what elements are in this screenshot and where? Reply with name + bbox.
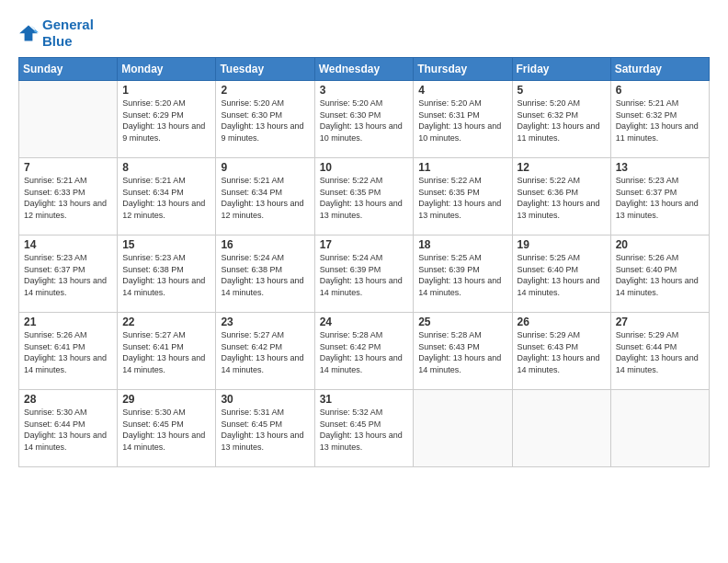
day-info: Sunrise: 5:29 AM Sunset: 6:43 PM Dayligh… — [518, 329, 606, 375]
day-info: Sunrise: 5:27 AM Sunset: 6:42 PM Dayligh… — [221, 329, 309, 375]
day-number: 15 — [122, 238, 210, 251]
page: General Blue SundayMondayTuesdayWednesda… — [0, 0, 728, 563]
day-info: Sunrise: 5:20 AM Sunset: 6:30 PM Dayligh… — [221, 98, 309, 144]
day-info: Sunrise: 5:25 AM Sunset: 6:40 PM Dayligh… — [518, 252, 606, 298]
day-number: 29 — [122, 393, 210, 406]
logo: General Blue — [18, 17, 94, 50]
day-number: 6 — [616, 84, 704, 97]
day-number: 13 — [616, 161, 704, 174]
calendar-day-cell: 20Sunrise: 5:26 AM Sunset: 6:40 PM Dayli… — [610, 236, 709, 313]
day-info: Sunrise: 5:27 AM Sunset: 6:41 PM Dayligh… — [122, 329, 210, 375]
calendar-week-row: 7Sunrise: 5:21 AM Sunset: 6:33 PM Daylig… — [19, 158, 710, 236]
day-info: Sunrise: 5:30 AM Sunset: 6:44 PM Dayligh… — [24, 407, 112, 453]
day-info: Sunrise: 5:21 AM Sunset: 6:34 PM Dayligh… — [221, 175, 309, 221]
day-info: Sunrise: 5:26 AM Sunset: 6:41 PM Dayligh… — [24, 329, 112, 375]
calendar-day-cell — [414, 390, 512, 467]
day-number: 26 — [518, 316, 606, 328]
day-number: 28 — [24, 393, 112, 406]
day-info: Sunrise: 5:29 AM Sunset: 6:44 PM Dayligh… — [616, 329, 704, 375]
calendar-week-row: 28Sunrise: 5:30 AM Sunset: 6:44 PM Dayli… — [19, 390, 710, 467]
calendar-week-row: 21Sunrise: 5:26 AM Sunset: 6:41 PM Dayli… — [19, 313, 710, 390]
day-number: 31 — [320, 393, 409, 406]
day-number: 11 — [418, 161, 506, 174]
day-number: 2 — [221, 84, 309, 97]
calendar-day-cell: 28Sunrise: 5:30 AM Sunset: 6:44 PM Dayli… — [19, 390, 118, 467]
calendar-day-cell: 11Sunrise: 5:22 AM Sunset: 6:35 PM Dayli… — [414, 158, 512, 236]
day-info: Sunrise: 5:24 AM Sunset: 6:39 PM Dayligh… — [320, 252, 409, 298]
day-number: 12 — [518, 161, 606, 174]
day-number: 21 — [24, 316, 112, 328]
calendar-day-cell: 26Sunrise: 5:29 AM Sunset: 6:43 PM Dayli… — [512, 313, 610, 390]
calendar-day-cell: 6Sunrise: 5:21 AM Sunset: 6:32 PM Daylig… — [610, 81, 709, 158]
calendar-day-cell: 5Sunrise: 5:20 AM Sunset: 6:32 PM Daylig… — [512, 81, 610, 158]
calendar-day-cell: 7Sunrise: 5:21 AM Sunset: 6:33 PM Daylig… — [19, 158, 118, 236]
calendar-day-cell: 27Sunrise: 5:29 AM Sunset: 6:44 PM Dayli… — [610, 313, 709, 390]
calendar-day-cell: 31Sunrise: 5:32 AM Sunset: 6:45 PM Dayli… — [314, 390, 414, 467]
calendar-day-cell: 2Sunrise: 5:20 AM Sunset: 6:30 PM Daylig… — [216, 81, 314, 158]
calendar-day-cell: 22Sunrise: 5:27 AM Sunset: 6:41 PM Dayli… — [118, 313, 216, 390]
calendar-day-cell: 9Sunrise: 5:21 AM Sunset: 6:34 PM Daylig… — [216, 158, 314, 236]
calendar-header-sunday: Sunday — [19, 58, 118, 81]
day-number: 5 — [518, 84, 606, 97]
day-info: Sunrise: 5:23 AM Sunset: 6:37 PM Dayligh… — [616, 175, 704, 221]
day-info: Sunrise: 5:26 AM Sunset: 6:40 PM Dayligh… — [616, 252, 704, 298]
calendar-day-cell: 17Sunrise: 5:24 AM Sunset: 6:39 PM Dayli… — [314, 236, 414, 313]
calendar-day-cell: 10Sunrise: 5:22 AM Sunset: 6:35 PM Dayli… — [314, 158, 414, 236]
day-info: Sunrise: 5:20 AM Sunset: 6:32 PM Dayligh… — [518, 98, 606, 144]
day-number: 3 — [320, 84, 409, 97]
calendar-day-cell: 30Sunrise: 5:31 AM Sunset: 6:45 PM Dayli… — [216, 390, 314, 467]
calendar-day-cell: 24Sunrise: 5:28 AM Sunset: 6:42 PM Dayli… — [314, 313, 414, 390]
day-info: Sunrise: 5:32 AM Sunset: 6:45 PM Dayligh… — [320, 407, 409, 453]
calendar-day-cell: 23Sunrise: 5:27 AM Sunset: 6:42 PM Dayli… — [216, 313, 314, 390]
day-number: 22 — [122, 316, 210, 328]
calendar-header-thursday: Thursday — [414, 58, 512, 81]
day-info: Sunrise: 5:31 AM Sunset: 6:45 PM Dayligh… — [221, 407, 309, 453]
day-info: Sunrise: 5:28 AM Sunset: 6:43 PM Dayligh… — [418, 329, 506, 375]
day-info: Sunrise: 5:25 AM Sunset: 6:39 PM Dayligh… — [418, 252, 506, 298]
calendar-header-saturday: Saturday — [610, 58, 709, 81]
day-info: Sunrise: 5:20 AM Sunset: 6:31 PM Dayligh… — [418, 98, 506, 144]
day-number: 27 — [616, 316, 704, 328]
day-info: Sunrise: 5:22 AM Sunset: 6:35 PM Dayligh… — [418, 175, 506, 221]
logo-icon — [18, 23, 39, 43]
calendar-header-monday: Monday — [118, 58, 216, 81]
calendar-header-row: SundayMondayTuesdayWednesdayThursdayFrid… — [19, 58, 710, 81]
day-number: 10 — [320, 161, 409, 174]
day-number: 14 — [24, 238, 112, 251]
day-number: 1 — [122, 84, 210, 97]
day-info: Sunrise: 5:21 AM Sunset: 6:34 PM Dayligh… — [122, 175, 210, 221]
calendar-day-cell: 14Sunrise: 5:23 AM Sunset: 6:37 PM Dayli… — [19, 236, 118, 313]
calendar-day-cell: 13Sunrise: 5:23 AM Sunset: 6:37 PM Dayli… — [610, 158, 709, 236]
day-info: Sunrise: 5:22 AM Sunset: 6:35 PM Dayligh… — [320, 175, 409, 221]
day-number: 18 — [418, 238, 506, 251]
calendar-table: SundayMondayTuesdayWednesdayThursdayFrid… — [18, 57, 710, 467]
svg-marker-0 — [19, 25, 38, 40]
day-number: 17 — [320, 238, 409, 251]
day-number: 30 — [221, 393, 309, 406]
calendar-header-tuesday: Tuesday — [216, 58, 314, 81]
day-number: 19 — [518, 238, 606, 251]
calendar-day-cell: 29Sunrise: 5:30 AM Sunset: 6:45 PM Dayli… — [118, 390, 216, 467]
calendar-week-row: 14Sunrise: 5:23 AM Sunset: 6:37 PM Dayli… — [19, 236, 710, 313]
day-number: 9 — [221, 161, 309, 174]
calendar-day-cell: 1Sunrise: 5:20 AM Sunset: 6:29 PM Daylig… — [118, 81, 216, 158]
day-info: Sunrise: 5:24 AM Sunset: 6:38 PM Dayligh… — [221, 252, 309, 298]
logo-text: General Blue — [42, 17, 94, 50]
day-number: 8 — [122, 161, 210, 174]
header: General Blue — [18, 17, 710, 50]
calendar-day-cell — [512, 390, 610, 467]
calendar-week-row: 1Sunrise: 5:20 AM Sunset: 6:29 PM Daylig… — [19, 81, 710, 158]
calendar-day-cell: 3Sunrise: 5:20 AM Sunset: 6:30 PM Daylig… — [314, 81, 414, 158]
calendar-day-cell: 8Sunrise: 5:21 AM Sunset: 6:34 PM Daylig… — [118, 158, 216, 236]
day-info: Sunrise: 5:23 AM Sunset: 6:38 PM Dayligh… — [122, 252, 210, 298]
day-info: Sunrise: 5:20 AM Sunset: 6:30 PM Dayligh… — [320, 98, 409, 144]
day-number: 7 — [24, 161, 112, 174]
calendar-day-cell: 15Sunrise: 5:23 AM Sunset: 6:38 PM Dayli… — [118, 236, 216, 313]
calendar-day-cell: 12Sunrise: 5:22 AM Sunset: 6:36 PM Dayli… — [512, 158, 610, 236]
day-info: Sunrise: 5:30 AM Sunset: 6:45 PM Dayligh… — [122, 407, 210, 453]
calendar-header-friday: Friday — [512, 58, 610, 81]
day-info: Sunrise: 5:20 AM Sunset: 6:29 PM Dayligh… — [122, 98, 210, 144]
calendar-day-cell: 18Sunrise: 5:25 AM Sunset: 6:39 PM Dayli… — [414, 236, 512, 313]
day-number: 16 — [221, 238, 309, 251]
day-number: 20 — [616, 238, 704, 251]
